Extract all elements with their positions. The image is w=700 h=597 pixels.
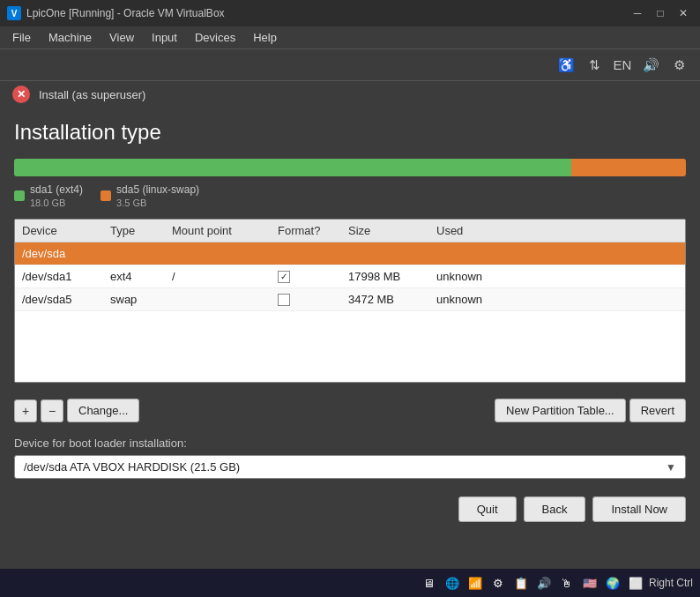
menu-devices[interactable]: Devices — [186, 27, 244, 48]
cell-type-sda1: ext4 — [110, 270, 172, 283]
minimize-button[interactable]: ─ — [628, 4, 647, 23]
menu-view[interactable]: View — [101, 27, 143, 48]
legend-sub-sda1: 18.0 GB — [30, 198, 83, 208]
col-device: Device — [22, 224, 110, 237]
back-button[interactable]: Back — [524, 496, 586, 522]
cell-used-sda1: unknown — [436, 270, 678, 283]
menu-file[interactable]: File — [4, 27, 40, 48]
legend-item-sda1: sda1 (ext4) 18.0 GB — [14, 183, 83, 208]
legend-label-sda5: sda5 (linux-swap) — [116, 183, 199, 196]
install-now-button[interactable]: Install Now — [592, 496, 686, 522]
table-row-sda5[interactable]: /dev/sda5 swap 3472 MB unknown — [15, 288, 685, 311]
menu-help[interactable]: Help — [244, 27, 286, 48]
taskbar-icon-3[interactable]: 📶 — [465, 573, 485, 593]
taskbar-icon-4[interactable]: ⚙ — [488, 573, 508, 593]
taskbar-icon-2[interactable]: 🌐 — [443, 573, 462, 593]
settings-icon[interactable]: ⚙ — [666, 53, 691, 78]
keyboard-icon[interactable]: ⇅ — [582, 53, 607, 78]
boot-loader-label: Device for boot loader installation: — [14, 437, 686, 450]
change-button[interactable]: Change... — [67, 399, 139, 422]
bottom-toolbar: + − Change... New Partition Table... Rev… — [0, 392, 700, 429]
col-used: Used — [436, 224, 678, 237]
partition-bar — [14, 159, 686, 176]
legend-item-sda5: sda5 (linux-swap) 3.5 GB — [101, 183, 199, 208]
col-size: Size — [348, 224, 436, 237]
header-label: Install (as superuser) — [39, 88, 145, 101]
quit-button[interactable]: Quit — [458, 496, 517, 522]
main-content: Installation type sda1 (ext4) 18.0 GB sd… — [0, 108, 700, 392]
boot-loader-value: /dev/sda ATA VBOX HARDDISK (21.5 GB) — [24, 460, 240, 474]
remove-partition-button[interactable]: − — [41, 399, 63, 422]
audio-icon[interactable]: 🔊 — [638, 53, 663, 78]
revert-button[interactable]: Revert — [629, 399, 686, 422]
taskbar-icons: 🖥 🌐 📶 ⚙ 📋 🔊 🖱 🇺🇸 🌍 ⬜ — [420, 573, 645, 593]
legend-label-sda1: sda1 (ext4) — [30, 183, 83, 196]
col-mount: Mount point — [172, 224, 278, 237]
partition-table: Device Type Mount point Format? Size Use… — [14, 219, 686, 383]
add-partition-button[interactable]: + — [14, 399, 37, 422]
menu-input[interactable]: Input — [143, 27, 186, 48]
dropdown-arrow-icon: ▼ — [666, 461, 676, 474]
nav-buttons: Quit Back Install Now — [0, 488, 700, 533]
partition-bar-green — [14, 159, 571, 176]
taskbar-label: Right Ctrl — [649, 577, 693, 589]
vbox-icons-bar: ♿ ⇅ EN 🔊 ⚙ — [0, 49, 700, 81]
accessibility-icon[interactable]: ♿ — [554, 53, 578, 78]
partition-bar-orange — [571, 159, 686, 176]
taskbar: 🖥 🌐 📶 ⚙ 📋 🔊 🖱 🇺🇸 🌍 ⬜ Right Ctrl — [0, 569, 700, 597]
cell-type-sda5: swap — [110, 293, 172, 306]
boot-loader-section: Device for boot loader installation: /de… — [0, 429, 700, 488]
taskbar-icon-10[interactable]: ⬜ — [626, 573, 645, 593]
taskbar-icon-7[interactable]: 🖱 — [557, 573, 577, 593]
title-bar-left: V LpicOne [Running] - Oracle VM VirtualB… — [7, 6, 225, 20]
menu-bar: File Machine View Input Devices Help — [0, 26, 700, 49]
table-header: Device Type Mount point Format? Size Use… — [15, 220, 685, 243]
window-title: LpicOne [Running] - Oracle VM VirtualBox — [26, 7, 225, 19]
col-type: Type — [110, 224, 172, 237]
cell-used-sda5: unknown — [436, 293, 678, 306]
col-format: Format? — [278, 224, 348, 237]
taskbar-icon-1[interactable]: 🖥 — [420, 573, 439, 593]
new-partition-table-button[interactable]: New Partition Table... — [495, 399, 626, 422]
maximize-button[interactable]: □ — [651, 4, 670, 23]
cell-device-sda1: /dev/sda1 — [22, 270, 110, 283]
table-row-sda1[interactable]: /dev/sda1 ext4 / ✓ 17998 MB unknown — [15, 265, 685, 288]
menu-machine[interactable]: Machine — [40, 27, 101, 48]
cell-device-sda: /dev/sda — [22, 247, 110, 260]
title-bar: V LpicOne [Running] - Oracle VM VirtualB… — [0, 0, 700, 26]
partition-legend: sda1 (ext4) 18.0 GB sda5 (linux-swap) 3.… — [14, 183, 686, 208]
app-icon: V — [7, 6, 21, 20]
taskbar-icon-5[interactable]: 📋 — [511, 573, 531, 593]
taskbar-icon-9[interactable]: 🌍 — [603, 573, 622, 593]
error-icon: ✕ — [12, 86, 30, 103]
header-strip: ✕ Install (as superuser) — [0, 81, 700, 108]
cell-device-sda5: /dev/sda5 — [22, 293, 110, 306]
legend-sub-sda5: 3.5 GB — [116, 198, 199, 208]
legend-dot-green — [14, 190, 25, 201]
table-row-sda[interactable]: /dev/sda — [15, 243, 685, 265]
legend-dot-orange — [101, 190, 111, 201]
page-title: Installation type — [14, 120, 686, 145]
format-checkbox-sda1[interactable]: ✓ — [278, 271, 290, 283]
taskbar-icon-6[interactable]: 🔊 — [534, 573, 554, 593]
cell-size-sda5: 3472 MB — [348, 293, 436, 306]
taskbar-icon-8[interactable]: 🇺🇸 — [580, 573, 599, 593]
cell-format-sda5 — [278, 294, 348, 306]
language-icon[interactable]: EN — [610, 53, 635, 78]
close-button[interactable]: ✕ — [674, 4, 693, 23]
boot-loader-select[interactable]: /dev/sda ATA VBOX HARDDISK (21.5 GB) ▼ — [14, 455, 686, 479]
cell-mount-sda1: / — [172, 270, 278, 283]
format-checkbox-sda5[interactable] — [278, 294, 290, 306]
window-controls: ─ □ ✕ — [628, 4, 693, 23]
vm-window: ✕ Install (as superuser) Installation ty… — [0, 81, 700, 533]
cell-format-sda1: ✓ — [278, 271, 348, 283]
table-empty-area — [15, 311, 685, 382]
cell-size-sda1: 17998 MB — [348, 270, 436, 283]
